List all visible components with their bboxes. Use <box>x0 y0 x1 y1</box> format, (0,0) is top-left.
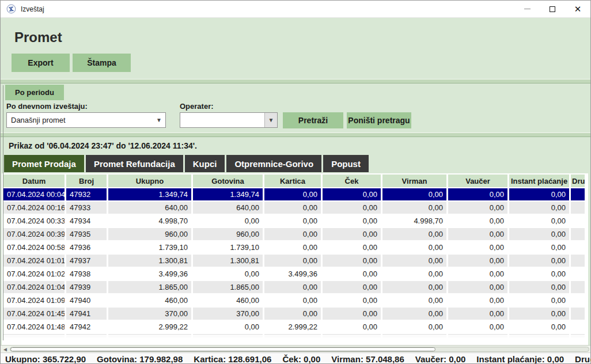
daily-report-label: Po dnevnom izveštaju: <box>6 102 88 111</box>
table-cell: 0,00 <box>323 202 381 214</box>
column-header[interactable]: Ček <box>323 175 381 187</box>
table-cell <box>571 215 585 227</box>
table-row[interactable]: 07.04.2024 01:04479391.865,001.865,000,0… <box>3 281 585 293</box>
table-cell <box>571 255 585 267</box>
table-cell: 1.349,74 <box>108 188 191 200</box>
column-header[interactable]: Broj <box>66 175 107 187</box>
table-row[interactable]: 07.04.2024 00:33479344.998,700,000,000,0… <box>3 215 585 227</box>
toolbar: Export Štampa <box>12 54 590 72</box>
scrollbar-track[interactable] <box>10 347 589 352</box>
table-cell <box>3 334 65 338</box>
operator-dropdown[interactable]: ▼ <box>180 112 278 128</box>
table-cell: 0,00 <box>509 294 569 306</box>
table-cell: 47933 <box>66 202 107 214</box>
table-cell: 960,00 <box>108 228 191 240</box>
table-cell: 07.04.2024 00:58 <box>3 241 65 253</box>
table-cell: 1.865,00 <box>193 281 263 293</box>
table-row[interactable]: 07.04.2024 00:58479361.739,101.739,100,0… <box>3 241 585 253</box>
period-button[interactable]: Po periodu <box>5 85 64 100</box>
table-cell: 0,00 <box>509 188 569 200</box>
search-button[interactable]: Pretraži <box>283 112 343 128</box>
column-header[interactable]: Instant plaćanje <box>509 175 569 187</box>
table-row[interactable]: 07.04.2024 00:3947935960,00960,000,000,0… <box>3 228 585 240</box>
table-cell: 370,00 <box>193 308 263 320</box>
daily-report-dropdown[interactable]: Današnji promet ▼ <box>6 112 166 128</box>
table-cell: 0,00 <box>448 255 507 267</box>
table-cell <box>571 334 585 338</box>
reset-search-button[interactable]: Poništi pretragu <box>347 112 411 128</box>
tab-popust[interactable]: Popust <box>323 155 369 172</box>
table-cell: 0,00 <box>323 268 381 280</box>
table-cell: 0,00 <box>509 202 569 214</box>
table-row[interactable]: 07.04.2024 01:48479422.999,220,002.999,2… <box>3 321 585 333</box>
tab-otpremnice-gorivo[interactable]: Otpremnice-Gorivo <box>226 155 321 172</box>
window-title: Izveštaj <box>21 5 44 13</box>
table-cell <box>571 321 585 333</box>
minimize-icon[interactable] <box>514 1 540 17</box>
table-cell: 0,00 <box>323 308 381 320</box>
column-header[interactable]: Gotovina <box>193 175 263 187</box>
total-item: Instant plaćanje: 0,00 <box>476 354 564 364</box>
table-cell: 960,00 <box>193 228 263 240</box>
table-cell: 0,00 <box>448 294 507 306</box>
daily-report-value: Današnji promet <box>7 116 153 124</box>
column-header[interactable]: Ukupno <box>108 175 191 187</box>
column-header[interactable]: Drugo plaćanje <box>571 175 585 187</box>
table-cell: 1.300,81 <box>108 255 191 267</box>
table-cell: 0,00 <box>448 202 507 214</box>
report-window: Izveštaj ✕ Promet Export Štampa Po perio… <box>0 0 591 364</box>
column-header[interactable]: Virman <box>382 175 446 187</box>
tab-promet-refundacija[interactable]: Promet Refundacija <box>86 155 183 172</box>
table-cell: 4.998,70 <box>108 215 191 227</box>
column-header[interactable]: Datum <box>3 175 65 187</box>
scroll-left-icon[interactable]: ◄ <box>1 346 9 352</box>
table-cell: 47942 <box>66 321 107 333</box>
tab-kupci[interactable]: Kupci <box>185 155 225 172</box>
table-row-partial <box>3 334 585 338</box>
table-cell: 0,00 <box>509 255 569 267</box>
print-button[interactable]: Štampa <box>73 54 131 72</box>
table-row[interactable]: 07.04.2024 01:4547941370,00370,000,000,0… <box>3 308 585 320</box>
table-cell: 47935 <box>66 228 107 240</box>
table-cell: 0,00 <box>382 294 446 306</box>
table-cell: 0,00 <box>509 241 569 253</box>
table-row[interactable]: 07.04.2024 01:01479371.300,811.300,810,0… <box>3 255 585 267</box>
table-cell: 07.04.2024 01:02 <box>3 268 65 280</box>
table-cell: 0,00 <box>264 202 321 214</box>
table-cell: 0,00 <box>264 308 321 320</box>
table-cell: 0,00 <box>382 308 446 320</box>
table-cell <box>323 334 381 338</box>
totals-footer: Ukupno: 365.722,90Gotovina: 179.982,98Ka… <box>1 352 590 364</box>
date-range-text: Prikaz od '06.04.2024 23:47' do '12.06.2… <box>9 141 590 151</box>
table-cell: 07.04.2024 01:45 <box>3 308 65 320</box>
table-cell <box>571 308 585 320</box>
column-header[interactable]: Kartica <box>264 175 321 187</box>
maximize-icon[interactable] <box>540 1 565 17</box>
filter-labels: Po dnevnom izveštaju: Operater: <box>1 102 590 112</box>
total-item: Drugo plaćanje: 0,00 <box>575 354 590 364</box>
window-controls: ✕ <box>514 1 590 17</box>
tab-promet-prodaja[interactable]: Promet Prodaja <box>4 155 84 172</box>
table-cell <box>571 228 585 240</box>
table-row[interactable]: 07.04.2024 01:0947940460,00460,000,000,0… <box>3 294 585 306</box>
total-item: Ček: 0,00 <box>282 354 320 364</box>
table-cell <box>571 241 585 253</box>
export-button[interactable]: Export <box>12 54 70 72</box>
table-cell: 3.499,36 <box>108 268 191 280</box>
table-cell: 07.04.2024 00:16 <box>3 202 65 214</box>
table-row[interactable]: 07.04.2024 01:02479383.499,360,003.499,3… <box>3 268 585 280</box>
close-icon[interactable]: ✕ <box>565 1 590 17</box>
table-cell: 0,00 <box>264 255 321 267</box>
table-cell: 0,00 <box>323 321 381 333</box>
table-cell: 0,00 <box>448 268 507 280</box>
table-cell <box>264 334 321 338</box>
table-cell <box>66 334 107 338</box>
table-cell: 0,00 <box>382 321 446 333</box>
table-row[interactable]: 07.04.2024 00:04479321.349,741.349,740,0… <box>3 188 585 200</box>
table-row[interactable]: 07.04.2024 00:1647933640,00640,000,000,0… <box>3 202 585 214</box>
column-header[interactable]: Vaučer <box>448 175 507 187</box>
table-cell: 07.04.2024 01:01 <box>3 255 65 267</box>
horizontal-scrollbar[interactable]: ◄ <box>1 345 590 352</box>
table-cell: 460,00 <box>193 294 263 306</box>
scrollbar-thumb[interactable] <box>10 347 435 351</box>
